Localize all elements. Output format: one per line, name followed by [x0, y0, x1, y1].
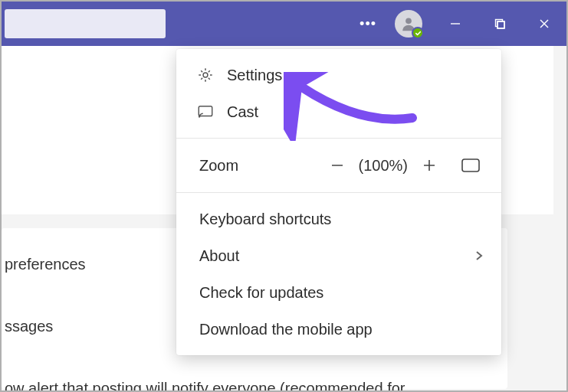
search-input[interactable] [5, 9, 166, 38]
titlebar-right-controls: ••• [346, 2, 566, 46]
bg-text-alert: ow alert that posting will notify everyo… [2, 378, 507, 392]
menu-label-download: Download the mobile app [199, 321, 373, 338]
menu-zoom-row: Zoom (100%) [176, 139, 501, 192]
menu-label-updates: Check for updates [199, 284, 323, 302]
svg-point-0 [405, 18, 412, 24]
title-bar: ••• [2, 2, 566, 46]
zoom-out-button[interactable] [322, 150, 353, 181]
zoom-value: (100%) [353, 157, 414, 175]
gear-icon [196, 67, 215, 83]
cast-icon [196, 103, 215, 120]
chevron-right-icon [474, 247, 484, 265]
fullscreen-icon [461, 158, 481, 173]
minimize-icon [450, 18, 461, 29]
menu-item-about[interactable]: About [176, 237, 501, 274]
svg-rect-3 [497, 21, 504, 28]
menu-label-about: About [199, 247, 239, 265]
menu-item-keyboard-shortcuts[interactable]: Keyboard shortcuts [176, 201, 501, 237]
close-icon [539, 18, 550, 29]
more-options-button[interactable]: ••• [346, 16, 390, 32]
profile-avatar[interactable] [395, 10, 422, 38]
window-maximize-button[interactable] [478, 2, 522, 46]
zoom-in-button[interactable] [414, 150, 445, 181]
fullscreen-button[interactable] [455, 150, 486, 181]
menu-item-download-app[interactable]: Download the mobile app [176, 311, 501, 348]
window-close-button[interactable] [522, 2, 566, 46]
svg-point-9 [199, 116, 201, 118]
minus-icon [330, 158, 345, 173]
presence-available-icon [412, 27, 424, 39]
maximize-icon [494, 18, 505, 29]
svg-point-7 [203, 73, 208, 77]
menu-label-shortcuts: Keyboard shortcuts [199, 211, 331, 228]
menu-item-cast[interactable]: Cast [176, 93, 501, 130]
menu-item-settings[interactable]: Settings [176, 57, 501, 93]
zoom-label: Zoom [199, 157, 238, 175]
plus-icon [422, 158, 437, 173]
menu-label-settings: Settings [227, 67, 282, 84]
menu-item-check-updates[interactable]: Check for updates [176, 274, 501, 311]
menu-label-cast: Cast [227, 103, 258, 121]
more-options-menu: Settings Cast Zoom (100%) Keyboard short… [176, 49, 501, 355]
svg-rect-13 [462, 159, 479, 172]
window-minimize-button[interactable] [433, 2, 478, 46]
